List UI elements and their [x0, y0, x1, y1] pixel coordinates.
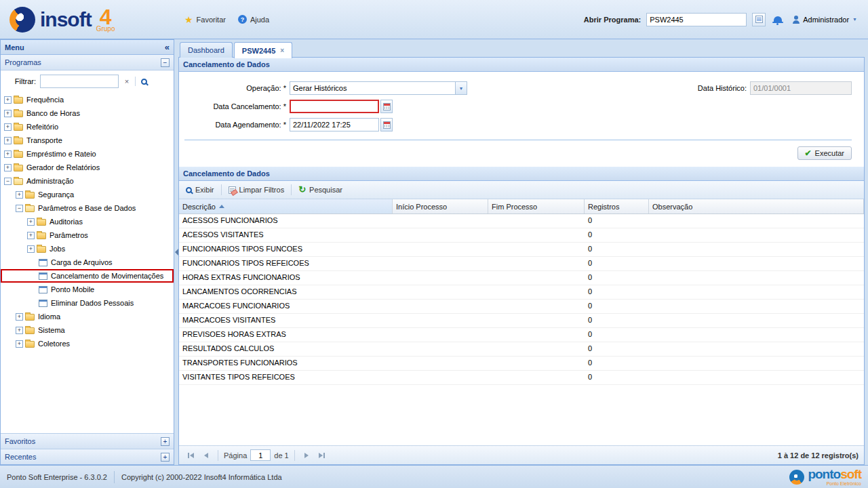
column-header-observacao[interactable]: Observação — [649, 199, 864, 214]
table-row[interactable]: VISITANTES TIPOS REFEICOES 0 — [179, 371, 864, 385]
cell-fim-processo — [488, 285, 585, 299]
expand-icon[interactable]: + — [16, 327, 23, 334]
expand-icon[interactable]: + — [27, 218, 35, 226]
collapse-icon[interactable]: − — [4, 178, 12, 185]
expand-icon[interactable]: + — [4, 164, 12, 171]
table-row[interactable]: MARCACOES VISITANTES 0 — [179, 314, 864, 328]
exibir-button[interactable]: Exibir — [182, 184, 218, 195]
expand-icon[interactable]: + — [16, 313, 23, 321]
tree-item-gerador-de-relatorios[interactable]: + Gerador de Relatórios — [1, 161, 174, 174]
expand-icon[interactable]: + — [4, 123, 12, 131]
data-agendamento-input[interactable] — [290, 118, 379, 131]
first-page-button[interactable] — [184, 449, 197, 462]
brand-name: insoft — [40, 8, 92, 31]
favorites-title: Favoritos — [5, 437, 35, 445]
tab-psw2445[interactable]: PSW2445 × — [234, 42, 292, 58]
tree-item-banco-de-horas[interactable]: + Banco de Horas — [1, 106, 174, 120]
tree-item-frequencia[interactable]: + Frequência — [1, 93, 174, 106]
column-header-inicio-processo[interactable]: Início Processo — [393, 199, 488, 214]
tree-item-seguranca[interactable]: + Segurança — [1, 188, 174, 201]
tree-item-cancelamento-de-movimentacoes[interactable]: Cancelamento de Movimentações — [1, 269, 174, 283]
page-input[interactable] — [250, 449, 271, 461]
table-row[interactable]: TRANSPORTES FUNCIONARIOS 0 — [179, 357, 864, 371]
executar-button[interactable]: ✔ Executar — [797, 146, 852, 160]
expand-icon[interactable]: + — [16, 340, 23, 348]
tree-item-idioma[interactable]: + Idioma — [1, 310, 174, 323]
clear-filter-button[interactable]: × — [121, 76, 133, 87]
table-row[interactable]: PREVISOES HORAS EXTRAS 0 — [179, 328, 864, 342]
grid-toolbar: Exibir Limpar Filtros ↻ Pesquisar — [179, 181, 864, 199]
tree-item-ponto-mobile[interactable]: Ponto Mobile — [1, 283, 174, 296]
first-page-icon — [188, 453, 189, 458]
expand-icon[interactable]: + — [27, 245, 35, 253]
combo-dropdown-icon[interactable]: ▼ — [455, 82, 467, 94]
folder-icon — [14, 110, 23, 117]
cell-observacao — [649, 371, 864, 384]
collapse-panel-button[interactable]: « — [165, 43, 170, 52]
table-row[interactable]: ACESSOS FUNCIONARIOS 0 — [179, 214, 864, 228]
cell-observacao — [649, 228, 864, 242]
collapse-section-icon[interactable]: − — [161, 58, 170, 67]
table-row[interactable]: LANCAMENTOS OCORRENCIAS 0 — [179, 285, 864, 300]
program-tree: + Frequência + Banco de Horas + Refeitór… — [1, 92, 174, 433]
table-row[interactable]: FUNCIONARIOS TIPOS FUNCOES 0 — [179, 243, 864, 257]
expand-icon[interactable]: + — [4, 150, 12, 158]
notifications-bell-icon[interactable] — [774, 16, 782, 22]
cancelamento-form: Operação: * Gerar Históricos ▼ Data Hist… — [179, 72, 864, 140]
limpar-filtros-button[interactable]: Limpar Filtros — [224, 184, 289, 195]
cell-descricao: MARCACOES FUNCIONARIOS — [179, 300, 393, 313]
expand-section-icon[interactable]: + — [161, 437, 170, 446]
column-header-registros[interactable]: Registros — [585, 199, 649, 214]
tree-item-carga-de-arquivos[interactable]: Carga de Arquivos — [1, 256, 174, 269]
prev-page-button[interactable] — [200, 449, 212, 462]
expand-icon[interactable]: + — [4, 96, 12, 104]
table-row[interactable]: HORAS EXTRAS FUNCIONARIOS 0 — [179, 271, 864, 285]
table-row[interactable]: MARCACOES FUNCIONARIOS 0 — [179, 300, 864, 314]
programs-section-header[interactable]: Programas − — [1, 55, 174, 70]
collapse-left-arrow-icon[interactable] — [175, 249, 178, 256]
tree-item-transporte[interactable]: + Transporte — [1, 134, 174, 147]
data-agendamento-calendar-button[interactable] — [380, 118, 393, 131]
collapse-icon[interactable]: − — [16, 205, 23, 212]
tree-item-jobs[interactable]: + Jobs — [1, 242, 174, 256]
open-program-input[interactable] — [646, 13, 747, 26]
column-header-descricao[interactable]: Descrição — [179, 199, 393, 214]
tree-item-coletores[interactable]: + Coletores — [1, 337, 174, 350]
last-page-button[interactable] — [316, 449, 328, 462]
close-tab-icon[interactable]: × — [280, 47, 284, 54]
eraser-icon — [229, 186, 236, 194]
favorites-section-header[interactable]: Favoritos + — [1, 433, 174, 449]
expand-icon[interactable]: + — [4, 110, 12, 117]
tree-item-emprestimo-e-rateio[interactable]: + Empréstimo e Rateio — [1, 147, 174, 161]
user-menu[interactable]: Administrador ▼ — [790, 14, 860, 25]
data-cancelamento-calendar-button[interactable] — [380, 100, 393, 113]
expand-icon[interactable]: + — [16, 191, 23, 199]
tree-item-parametros-e-base-de-dados[interactable]: − Parâmetros e Base de Dados — [1, 201, 174, 215]
filter-input[interactable] — [40, 75, 119, 88]
expand-icon[interactable]: + — [4, 137, 12, 144]
recents-section-header[interactable]: Recentes + — [1, 449, 174, 464]
tree-item-eliminar-dados-pessoais[interactable]: Eliminar Dados Pessoais — [1, 296, 174, 310]
tree-item-parametros[interactable]: + Parâmetros — [1, 228, 174, 242]
tab-dashboard[interactable]: Dashboard — [180, 42, 233, 58]
table-row[interactable]: RESULTADOS CALCULOS 0 — [179, 342, 864, 357]
tree-item-auditorias[interactable]: + Auditorias — [1, 215, 174, 228]
tree-item-refeitorio[interactable]: + Refeitório — [1, 120, 174, 134]
table-row[interactable]: ACESSOS VISITANTES 0 — [179, 228, 864, 243]
pesquisar-button[interactable]: ↻ Pesquisar — [294, 184, 347, 195]
cell-inicio-processo — [393, 328, 488, 342]
filter-search-button[interactable] — [138, 76, 150, 87]
column-header-fim-processo[interactable]: Fim Processo — [488, 199, 585, 214]
table-row[interactable]: FUNCIONARIOS TIPOS REFEICOES 0 — [179, 257, 864, 271]
next-page-button[interactable] — [300, 449, 313, 462]
open-program-button[interactable] — [752, 13, 766, 26]
expand-section-icon[interactable]: + — [161, 453, 170, 462]
help-button[interactable]: ? Ajuda — [233, 13, 274, 26]
expand-icon[interactable]: + — [27, 232, 35, 239]
data-cancelamento-input[interactable] — [290, 100, 379, 113]
operacao-combobox[interactable]: Gerar Históricos ▼ — [290, 81, 467, 95]
open-folder-icon — [14, 178, 23, 185]
tree-item-administracao[interactable]: − Administração — [1, 174, 174, 188]
favorite-button[interactable]: ★ Favoritar — [180, 14, 231, 26]
tree-item-sistema[interactable]: + Sistema — [1, 323, 174, 337]
